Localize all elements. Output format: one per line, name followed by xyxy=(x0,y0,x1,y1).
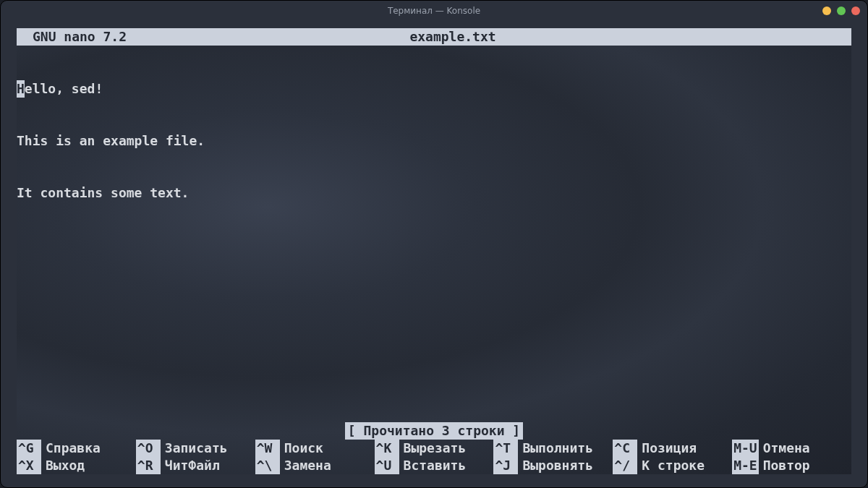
shortcut-key: M-U xyxy=(732,440,759,457)
editor-line: It contains some text. xyxy=(17,184,851,202)
shortcut-label: Отмена xyxy=(763,440,810,457)
shortcut-key: ^U xyxy=(375,457,399,474)
close-icon[interactable] xyxy=(851,7,860,15)
nano-status-row: [ Прочитано 3 строки ] xyxy=(17,422,851,440)
nano-app-name: GNU nano 7.2 xyxy=(17,28,127,46)
shortcut-label: Записать xyxy=(165,440,228,457)
shortcut-key: ^G xyxy=(17,440,41,457)
shortcut-key: ^X xyxy=(17,457,41,474)
nano-status-message: [ Прочитано 3 строки ] xyxy=(345,422,523,440)
nano-shortcut[interactable]: ^XВыход xyxy=(17,457,136,474)
shortcut-key: ^\ xyxy=(255,457,280,474)
shortcut-label: Выполнить xyxy=(522,440,593,457)
nano-shortcut[interactable]: ^KВырезать xyxy=(375,440,494,457)
shortcut-key: ^W xyxy=(255,440,280,457)
shortcut-key: ^T xyxy=(493,440,518,457)
shortcut-key: M-E xyxy=(732,457,759,474)
nano-shortcut-row: ^XВыход^RЧитФайл^\Замена^UВставить^JВыро… xyxy=(17,457,851,474)
shortcut-key: ^O xyxy=(136,440,161,457)
shortcut-key: ^J xyxy=(493,457,518,474)
shortcut-label: Выход xyxy=(46,457,85,474)
window-title: Терминал — Konsole xyxy=(388,2,480,20)
nano-filename: example.txt xyxy=(127,28,851,46)
terminal-viewport[interactable]: GNU nano 7.2 example.txt Hello, sed! Thi… xyxy=(17,28,851,474)
shortcut-label: Выровнять xyxy=(522,457,593,474)
nano-shortcut[interactable]: M-UОтмена xyxy=(732,440,851,457)
nano-shortcut[interactable]: ^CПозиция xyxy=(613,440,732,457)
nano-shortcut[interactable]: ^UВставить xyxy=(375,457,494,474)
maximize-icon[interactable] xyxy=(837,7,846,15)
window-controls xyxy=(822,1,860,21)
nano-shortcut[interactable]: ^/К строке xyxy=(613,457,732,474)
text-cursor: H xyxy=(17,80,25,98)
nano-shortcut[interactable]: ^\Замена xyxy=(255,457,375,474)
nano-shortcuts: ^GСправка^OЗаписать^WПоиск^KВырезать^TВы… xyxy=(17,440,851,474)
nano-header-bar: GNU nano 7.2 example.txt xyxy=(17,28,851,46)
shortcut-key: ^K xyxy=(375,440,399,457)
minimize-icon[interactable] xyxy=(822,7,831,15)
nano-shortcut-row: ^GСправка^OЗаписать^WПоиск^KВырезать^TВы… xyxy=(17,440,851,457)
nano-shortcut[interactable]: ^WПоиск xyxy=(255,440,375,457)
nano-shortcut[interactable]: ^RЧитФайл xyxy=(136,457,255,474)
shortcut-label: Позиция xyxy=(642,440,697,457)
terminal-window: Терминал — Konsole GNU nano 7.2 example.… xyxy=(0,0,868,488)
editor-line: Hello, sed! xyxy=(17,80,851,98)
shortcut-label: Замена xyxy=(284,457,331,474)
shortcut-label: Вставить xyxy=(404,457,467,474)
editor-line: This is an example file. xyxy=(17,132,851,150)
editor-text: ello, sed! xyxy=(25,81,103,96)
nano-shortcut[interactable]: ^TВыполнить xyxy=(493,440,613,457)
nano-shortcut[interactable]: ^JВыровнять xyxy=(493,457,613,474)
shortcut-label: К строке xyxy=(642,457,705,474)
window-titlebar[interactable]: Терминал — Konsole xyxy=(1,1,867,21)
shortcut-key: ^R xyxy=(136,457,161,474)
shortcut-label: Вырезать xyxy=(404,440,467,457)
shortcut-label: Справка xyxy=(46,440,101,457)
shortcut-label: Повтор xyxy=(763,457,810,474)
shortcut-key: ^C xyxy=(613,440,637,457)
nano-shortcut[interactable]: ^GСправка xyxy=(17,440,136,457)
nano-shortcut[interactable]: M-EПовтор xyxy=(732,457,851,474)
nano-shortcut[interactable]: ^OЗаписать xyxy=(136,440,255,457)
nano-bottom-panel: [ Прочитано 3 строки ] ^GСправка^OЗаписа… xyxy=(17,422,851,474)
shortcut-label: ЧитФайл xyxy=(165,457,220,474)
shortcut-key: ^/ xyxy=(613,457,637,474)
nano-editor-area[interactable]: Hello, sed! This is an example file. It … xyxy=(17,46,851,236)
shortcut-label: Поиск xyxy=(284,440,323,457)
